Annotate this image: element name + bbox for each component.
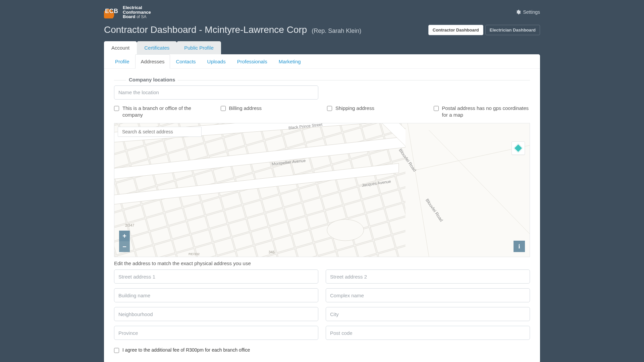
brand-line3: Board: [123, 14, 136, 19]
agree-fee-checkbox[interactable]: [114, 348, 119, 353]
subtab-addresses[interactable]: Addresses: [135, 54, 170, 69]
street2-input[interactable]: [326, 269, 530, 284]
location-name-input[interactable]: [114, 85, 318, 100]
tab-certificates[interactable]: Certificates: [137, 41, 177, 54]
billing-label[interactable]: Billing address: [229, 105, 262, 112]
map-search-input[interactable]: Search & select address: [118, 127, 202, 137]
subtab-professionals[interactable]: Professionals: [231, 54, 273, 69]
brand-line1: Electrical: [123, 5, 151, 10]
agree-fee-label[interactable]: I agree to the additional fee of R300pm …: [122, 347, 250, 353]
province-input[interactable]: [114, 326, 318, 340]
postcode-input[interactable]: [326, 326, 530, 340]
brand-logo: Electrical Conformance Board of SA: [104, 5, 151, 19]
branch-label[interactable]: This is a branch or office of the compan…: [122, 105, 211, 119]
parcel-a: 2/347: [125, 224, 134, 228]
company-locations-legend: Company locations: [126, 77, 178, 82]
tab-account[interactable]: Account: [104, 41, 137, 54]
subtab-uploads[interactable]: Uploads: [202, 54, 231, 69]
subtab-contacts[interactable]: Contacts: [170, 54, 201, 69]
street1-input[interactable]: [114, 269, 318, 284]
branch-checkbox[interactable]: [114, 106, 119, 111]
settings-label: Settings: [523, 9, 540, 15]
zoom-in-button[interactable]: +: [119, 231, 130, 241]
complex-input[interactable]: [326, 288, 530, 302]
tab-public-profile[interactable]: Public Profile: [177, 41, 221, 54]
svg-point-3: [327, 220, 364, 241]
shipping-checkbox[interactable]: [327, 106, 332, 111]
building-input[interactable]: [114, 288, 318, 302]
page-title-text: Contractor Dashboard - Mcintyre-Lawrence…: [104, 24, 307, 35]
brand-text: Electrical Conformance Board of SA: [123, 5, 151, 19]
postal-no-gps-label[interactable]: Postal address has no gps coordinates fo…: [442, 105, 530, 119]
page-title: Contractor Dashboard - Mcintyre-Lawrence…: [104, 24, 361, 35]
neighbourhood-input[interactable]: [114, 307, 318, 321]
settings-link[interactable]: Settings: [516, 9, 540, 15]
layer-icon: [514, 143, 523, 153]
billing-checkbox[interactable]: [221, 106, 226, 111]
edit-address-hint: Edit the address to match the exact phys…: [114, 260, 530, 266]
map-canvas[interactable]: Black Prince Street Montpellier Avenue J…: [114, 123, 530, 257]
gear-icon: [516, 9, 521, 15]
map-container[interactable]: Black Prince Street Montpellier Avenue J…: [114, 123, 530, 257]
postal-no-gps-checkbox[interactable]: [434, 106, 439, 111]
city-input[interactable]: [326, 307, 530, 321]
brand-suffix: of SA: [137, 14, 146, 19]
page-title-rep: (Rep. Sarah Klein): [312, 27, 361, 34]
parcel-c: RE/332: [189, 252, 200, 256]
map-layer-toggle[interactable]: [512, 141, 525, 155]
subtab-profile[interactable]: Profile: [109, 54, 135, 69]
electrician-dashboard-button[interactable]: Electrician Dashboard: [485, 25, 540, 35]
subtab-marketing[interactable]: Marketing: [273, 54, 307, 69]
parcel-b: 346: [269, 250, 275, 254]
logo-mark: [104, 6, 119, 18]
contractor-dashboard-button[interactable]: Contractor Dashboard: [428, 25, 483, 35]
shipping-label[interactable]: Shipping address: [335, 105, 374, 112]
brand-line2: Conformance: [123, 10, 151, 15]
zoom-out-button[interactable]: −: [119, 241, 130, 252]
map-info-button[interactable]: i: [514, 241, 525, 252]
